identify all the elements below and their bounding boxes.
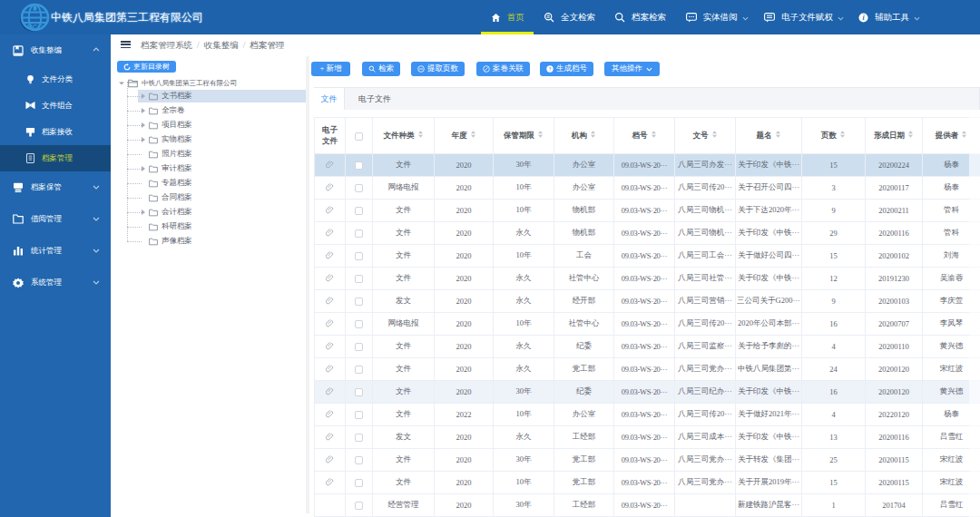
svg-text:RCC: RCC: [27, 23, 44, 31]
svg-text:?: ?: [549, 66, 552, 72]
